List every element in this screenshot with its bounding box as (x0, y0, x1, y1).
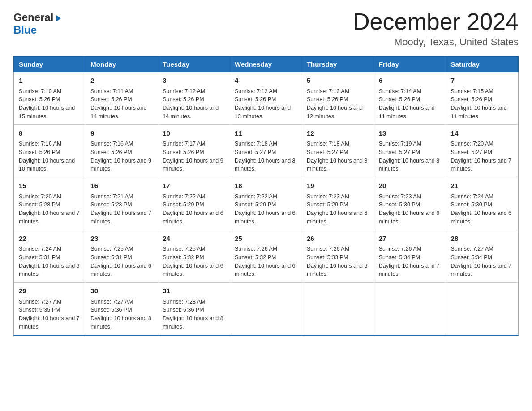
daylight-text: Daylight: 10 hours and 10 minutes. (19, 157, 81, 174)
sunrise-text: Sunrise: 7:17 AM (163, 140, 225, 148)
sunrise-text: Sunrise: 7:25 AM (163, 245, 225, 253)
daylight-text: Daylight: 10 hours and 7 minutes. (451, 262, 513, 279)
sunset-text: Sunset: 5:28 PM (19, 201, 81, 209)
calendar-cell: 31Sunrise: 7:28 AMSunset: 5:36 PMDayligh… (158, 283, 230, 335)
calendar-cell: 5Sunrise: 7:13 AMSunset: 5:26 PMDaylight… (302, 72, 374, 125)
calendar-cell: 22Sunrise: 7:24 AMSunset: 5:31 PMDayligh… (14, 230, 86, 283)
logo-top: General (13, 11, 63, 24)
calendar-cell: 11Sunrise: 7:18 AMSunset: 5:27 PMDayligh… (230, 124, 302, 177)
calendar-cell: 23Sunrise: 7:25 AMSunset: 5:31 PMDayligh… (86, 230, 158, 283)
col-sunday: Sunday (14, 56, 86, 72)
day-number: 19 (307, 181, 369, 191)
sunrise-text: Sunrise: 7:28 AM (163, 298, 225, 306)
daylight-text: Daylight: 10 hours and 11 minutes. (451, 104, 513, 121)
col-friday: Friday (374, 56, 446, 72)
sunrise-text: Sunrise: 7:20 AM (451, 140, 513, 148)
calendar-cell: 24Sunrise: 7:25 AMSunset: 5:32 PMDayligh… (158, 230, 230, 283)
daylight-text: Daylight: 10 hours and 11 minutes. (379, 104, 442, 121)
col-tuesday: Tuesday (158, 56, 230, 72)
col-saturday: Saturday (446, 56, 518, 72)
calendar-cell: 30Sunrise: 7:27 AMSunset: 5:36 PMDayligh… (86, 283, 158, 335)
day-number: 15 (19, 181, 81, 191)
calendar-title: December 2024 (353, 9, 519, 34)
calendar-cell: 18Sunrise: 7:22 AMSunset: 5:29 PMDayligh… (230, 177, 302, 230)
sunrise-text: Sunrise: 7:23 AM (379, 193, 442, 201)
calendar-week-row: 8Sunrise: 7:16 AMSunset: 5:26 PMDaylight… (14, 124, 518, 177)
day-number: 23 (90, 234, 153, 244)
calendar-cell: 2Sunrise: 7:11 AMSunset: 5:26 PMDaylight… (86, 72, 158, 125)
sunrise-text: Sunrise: 7:22 AM (235, 193, 297, 201)
sunrise-text: Sunrise: 7:26 AM (379, 245, 442, 253)
sunset-text: Sunset: 5:32 PM (163, 253, 225, 262)
sunset-text: Sunset: 5:27 PM (379, 148, 442, 157)
daylight-text: Daylight: 10 hours and 6 minutes. (19, 262, 81, 279)
daylight-text: Daylight: 10 hours and 7 minutes. (379, 262, 442, 279)
calendar-cell (230, 283, 302, 335)
calendar-table: Sunday Monday Tuesday Wednesday Thursday… (13, 56, 519, 336)
calendar-week-row: 29Sunrise: 7:27 AMSunset: 5:35 PMDayligh… (14, 283, 518, 335)
day-number: 28 (451, 234, 513, 244)
daylight-text: Daylight: 10 hours and 7 minutes. (19, 314, 81, 331)
day-number: 6 (379, 76, 442, 86)
daylight-text: Daylight: 10 hours and 6 minutes. (379, 209, 442, 226)
daylight-text: Daylight: 10 hours and 14 minutes. (90, 104, 153, 121)
sunrise-text: Sunrise: 7:19 AM (379, 140, 442, 148)
calendar-cell: 17Sunrise: 7:22 AMSunset: 5:29 PMDayligh… (158, 177, 230, 230)
calendar-week-row: 22Sunrise: 7:24 AMSunset: 5:31 PMDayligh… (14, 230, 518, 283)
sunset-text: Sunset: 5:26 PM (451, 95, 513, 104)
day-number: 5 (307, 76, 369, 86)
day-number: 2 (90, 76, 153, 86)
day-number: 9 (90, 128, 153, 139)
day-number: 4 (235, 76, 297, 86)
daylight-text: Daylight: 10 hours and 6 minutes. (235, 262, 297, 279)
sunrise-text: Sunrise: 7:12 AM (163, 87, 225, 96)
daylight-text: Daylight: 10 hours and 12 minutes. (307, 104, 369, 121)
sunset-text: Sunset: 5:32 PM (235, 253, 297, 262)
logo-arrow-icon (55, 11, 63, 24)
calendar-cell: 26Sunrise: 7:26 AMSunset: 5:33 PMDayligh… (302, 230, 374, 283)
sunset-text: Sunset: 5:26 PM (379, 95, 442, 104)
day-number: 22 (19, 234, 81, 244)
sunrise-text: Sunrise: 7:18 AM (235, 140, 297, 148)
calendar-week-row: 15Sunrise: 7:20 AMSunset: 5:28 PMDayligh… (14, 177, 518, 230)
calendar-cell: 25Sunrise: 7:26 AMSunset: 5:32 PMDayligh… (230, 230, 302, 283)
day-number: 16 (90, 181, 153, 191)
sunrise-text: Sunrise: 7:12 AM (235, 87, 297, 96)
sunrise-text: Sunrise: 7:11 AM (90, 87, 153, 96)
day-number: 18 (235, 181, 297, 191)
sunset-text: Sunset: 5:28 PM (90, 201, 153, 209)
calendar-cell: 8Sunrise: 7:16 AMSunset: 5:26 PMDaylight… (14, 124, 86, 177)
sunset-text: Sunset: 5:27 PM (451, 148, 513, 157)
sunset-text: Sunset: 5:26 PM (307, 95, 369, 104)
daylight-text: Daylight: 10 hours and 6 minutes. (235, 209, 297, 226)
daylight-text: Daylight: 10 hours and 15 minutes. (19, 104, 81, 121)
sunset-text: Sunset: 5:31 PM (19, 253, 81, 262)
daylight-text: Daylight: 10 hours and 7 minutes. (451, 157, 513, 174)
sunset-text: Sunset: 5:34 PM (379, 253, 442, 262)
sunrise-text: Sunrise: 7:25 AM (90, 245, 153, 253)
calendar-cell: 27Sunrise: 7:26 AMSunset: 5:34 PMDayligh… (374, 230, 446, 283)
day-number: 7 (451, 76, 513, 86)
day-number: 25 (235, 234, 297, 244)
page-header: General Blue December 2024 Moody, Texas,… (13, 9, 519, 48)
daylight-text: Daylight: 10 hours and 8 minutes. (163, 314, 225, 331)
sunset-text: Sunset: 5:26 PM (19, 95, 81, 104)
calendar-subtitle: Moody, Texas, United States (353, 36, 519, 48)
svg-marker-0 (56, 15, 61, 21)
sunset-text: Sunset: 5:30 PM (379, 201, 442, 209)
daylight-text: Daylight: 10 hours and 7 minutes. (19, 209, 81, 226)
daylight-text: Daylight: 10 hours and 8 minutes. (235, 157, 297, 174)
daylight-text: Daylight: 10 hours and 6 minutes. (307, 209, 369, 226)
calendar-cell: 3Sunrise: 7:12 AMSunset: 5:26 PMDaylight… (158, 72, 230, 125)
calendar-cell (374, 283, 446, 335)
title-block: December 2024 Moody, Texas, United State… (353, 9, 519, 48)
day-number: 24 (163, 234, 225, 244)
sunset-text: Sunset: 5:29 PM (307, 201, 369, 209)
col-wednesday: Wednesday (230, 56, 302, 72)
sunrise-text: Sunrise: 7:27 AM (90, 298, 153, 306)
sunrise-text: Sunrise: 7:24 AM (19, 245, 81, 253)
sunrise-text: Sunrise: 7:26 AM (235, 245, 297, 253)
logo-general-text: General (13, 11, 53, 24)
daylight-text: Daylight: 10 hours and 7 minutes. (90, 209, 153, 226)
day-number: 14 (451, 128, 513, 139)
